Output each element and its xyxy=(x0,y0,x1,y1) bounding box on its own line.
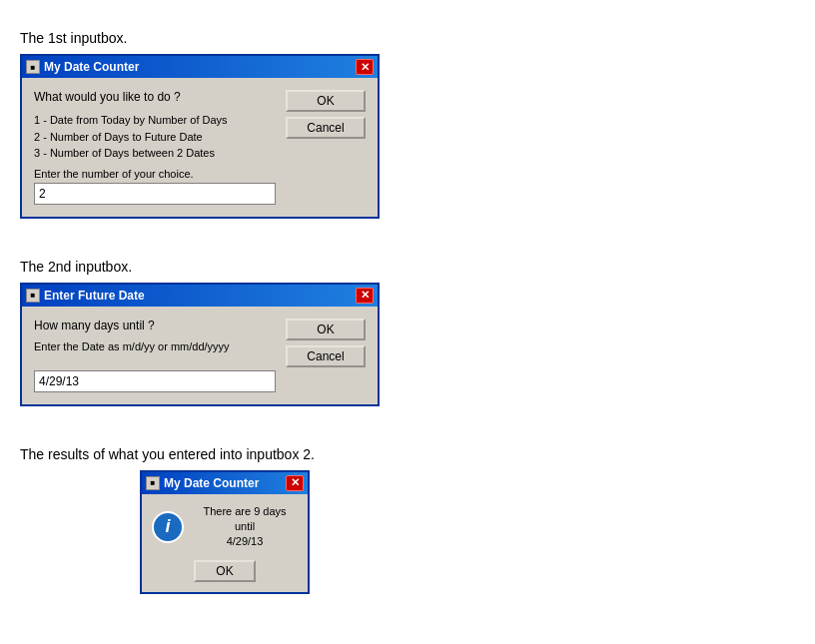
message-line1: There are 9 days until xyxy=(203,505,286,532)
close-icon-3: ✕ xyxy=(291,476,300,489)
message-body: i There are 9 days until 4/29/13 OK xyxy=(142,494,308,592)
section-3-label: The results of what you entered into inp… xyxy=(20,446,795,462)
close-button-1[interactable]: ✕ xyxy=(356,59,374,75)
result-window-wrapper: ■ My Date Counter ✕ i There are 9 days u… xyxy=(20,470,795,594)
prompt-1: Enter the number of your choice. xyxy=(34,168,276,180)
result-window: ■ My Date Counter ✕ i There are 9 days u… xyxy=(140,470,310,594)
close-icon-2: ✕ xyxy=(361,289,370,302)
window-body-1: What would you like to do ? 1 - Date fro… xyxy=(22,78,378,217)
ok-button-3[interactable]: OK xyxy=(194,560,255,582)
window-body-right-2: OK Cancel xyxy=(286,319,366,392)
option-1-1: 1 - Date from Today by Number of Days 2 … xyxy=(34,112,276,162)
title-bar-1: ■ My Date Counter ✕ xyxy=(22,56,378,78)
section-2-label: The 2nd inputbox. xyxy=(20,259,795,275)
inputbox-2-window: ■ Enter Future Date ✕ How many days unti… xyxy=(20,283,380,406)
close-button-2[interactable]: ✕ xyxy=(356,288,374,304)
window-title-2: Enter Future Date xyxy=(44,289,145,303)
close-icon-1: ✕ xyxy=(361,61,370,74)
info-icon: i xyxy=(152,511,184,543)
input-1[interactable] xyxy=(34,183,276,205)
window-title-3: My Date Counter xyxy=(164,476,259,490)
message-text: There are 9 days until 4/29/13 xyxy=(192,504,298,550)
ok-button-1[interactable]: OK xyxy=(286,90,366,112)
section-1: The 1st inputbox. ■ My Date Counter ✕ Wh… xyxy=(20,30,795,239)
title-bar-3: ■ My Date Counter ✕ xyxy=(142,472,308,494)
title-bar-2-left: ■ Enter Future Date xyxy=(26,289,145,303)
message-line2: 4/29/13 xyxy=(227,535,264,547)
title-bar-1-left: ■ My Date Counter xyxy=(26,60,139,74)
title-bar-3-left: ■ My Date Counter xyxy=(146,476,259,490)
section-3: The results of what you entered into inp… xyxy=(20,446,795,594)
window-icon-1: ■ xyxy=(26,60,40,74)
inputbox-1-window: ■ My Date Counter ✕ What would you like … xyxy=(20,54,380,219)
question-1: What would you like to do ? xyxy=(34,90,276,104)
message-content: i There are 9 days until 4/29/13 xyxy=(152,504,298,550)
prompt-2: Enter the Date as m/d/yy or mm/dd/yyyy xyxy=(34,340,276,352)
window-body-2: How many days until ? Enter the Date as … xyxy=(22,307,378,404)
window-title-1: My Date Counter xyxy=(44,60,139,74)
window-icon-3: ■ xyxy=(146,476,160,490)
cancel-button-2[interactable]: Cancel xyxy=(286,345,366,367)
question-2: How many days until ? xyxy=(34,319,276,332)
cancel-button-1[interactable]: Cancel xyxy=(286,117,366,139)
close-button-3[interactable]: ✕ xyxy=(286,475,304,491)
ok-button-2[interactable]: OK xyxy=(286,319,366,340)
section-1-label: The 1st inputbox. xyxy=(20,30,795,46)
input-2[interactable] xyxy=(34,370,276,392)
title-bar-2: ■ Enter Future Date ✕ xyxy=(22,285,378,307)
window-2: ■ Enter Future Date ✕ How many days unti… xyxy=(20,283,380,406)
section-2: The 2nd inputbox. ■ Enter Future Date ✕ … xyxy=(20,259,795,426)
window-body-right-1: OK Cancel xyxy=(286,90,366,205)
window-1: ■ My Date Counter ✕ What would you like … xyxy=(20,54,380,219)
window-icon-2: ■ xyxy=(26,289,40,303)
window-body-left-2: How many days until ? Enter the Date as … xyxy=(34,319,276,392)
window-body-left-1: What would you like to do ? 1 - Date fro… xyxy=(34,90,276,205)
